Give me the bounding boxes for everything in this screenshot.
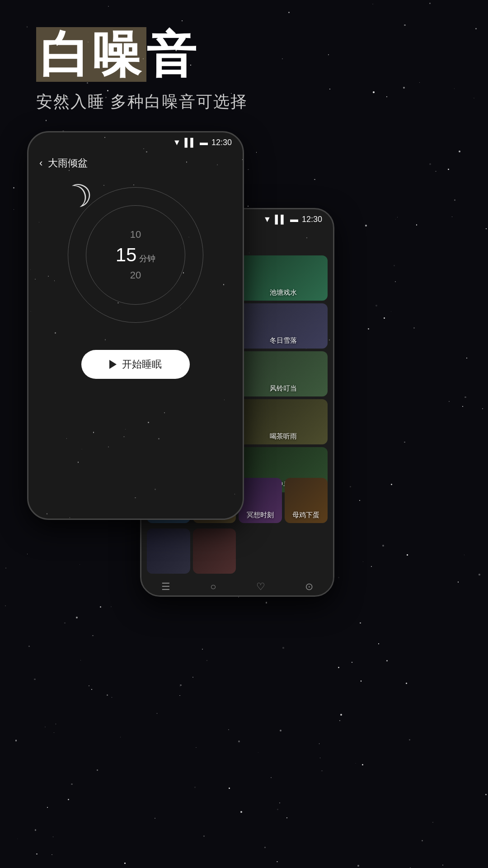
app-title: 白噪音 — [36, 27, 248, 82]
sound-item-extra4 — [285, 528, 328, 574]
wifi-icon-back: ▼ — [263, 215, 272, 224]
sound-item-extra1[interactable] — [147, 528, 190, 574]
sound-label-meditate: 冥想时刻 — [247, 511, 274, 519]
nav-home-icon[interactable]: ☰ — [161, 581, 170, 593]
timer-circle-inner: 10 15 分钟 20 — [86, 205, 185, 305]
sound-item-extra2[interactable] — [193, 528, 236, 574]
status-time-back: 12:30 — [302, 215, 322, 224]
battery-icon: ▬ — [200, 138, 208, 147]
sound-item-extra3 — [239, 528, 282, 574]
sound-item-chicken[interactable]: 母鸡下蛋 — [285, 478, 328, 523]
status-bar-front: ▼ ▌▌ ▬ 12:30 — [28, 132, 243, 153]
back-label: 大雨倾盆 — [48, 156, 88, 170]
sound-label-windbell: 风铃叮当 — [270, 384, 297, 393]
sound-item-tea[interactable]: 喝茶听雨 — [239, 399, 328, 444]
back-chevron-icon: ‹ — [39, 157, 42, 169]
sound-label-pond: 池塘戏水 — [270, 288, 297, 297]
signal-icon-back: ▌▌ — [275, 215, 286, 224]
nav-bar: ☰ ○ ♡ ⊙ — [141, 576, 333, 595]
bottom-grid-2 — [141, 526, 333, 576]
battery-icon-back: ▬ — [290, 215, 298, 224]
hero-subtitle: 安然入睡 多种白噪音可选择 — [36, 91, 248, 113]
timer-value-below: 20 — [130, 269, 141, 281]
signal-icon: ▌▌ — [184, 138, 196, 147]
timer-value-above: 10 — [130, 229, 141, 241]
phone-front: ▼ ▌▌ ▬ 12:30 ‹ 大雨倾盆 ☽ 10 15 分钟 20 开始睡眠 — [27, 131, 244, 520]
nav-profile-icon[interactable]: ⊙ — [305, 581, 313, 593]
title-rest: 音 — [146, 27, 198, 82]
sound-item-snow[interactable]: 冬日雪落 — [239, 303, 328, 349]
nav-search-icon[interactable]: ○ — [210, 581, 216, 593]
timer-container: 10 15 分钟 20 — [28, 187, 243, 323]
timer-circle-outer: 10 15 分钟 20 — [68, 187, 203, 323]
timer-value-current: 15 分钟 — [116, 244, 156, 266]
nav-heart-icon[interactable]: ♡ — [256, 581, 265, 593]
title-highlight: 白噪 — [36, 27, 146, 82]
back-button[interactable]: ‹ 大雨倾盆 — [28, 153, 243, 174]
sound-label-snow: 冬日雪落 — [270, 336, 297, 345]
sound-item-windbell[interactable]: 风铃叮当 — [239, 351, 328, 396]
sound-item-meditate[interactable]: 冥想时刻 — [239, 478, 282, 523]
start-button-label: 开始睡眠 — [122, 358, 162, 371]
wifi-icon: ▼ — [173, 138, 181, 147]
start-sleep-button[interactable]: 开始睡眠 — [81, 350, 190, 379]
sound-item-pond[interactable]: 池塘戏水 — [239, 255, 328, 301]
sound-label-chicken: 母鸡下蛋 — [292, 511, 319, 519]
sound-label-tea: 喝茶听雨 — [270, 432, 297, 441]
timer-unit: 分钟 — [139, 253, 155, 264]
hero-section: 白噪音 安然入睡 多种白噪音可选择 — [36, 27, 248, 113]
play-icon — [109, 360, 117, 369]
status-time: 12:30 — [211, 138, 232, 147]
